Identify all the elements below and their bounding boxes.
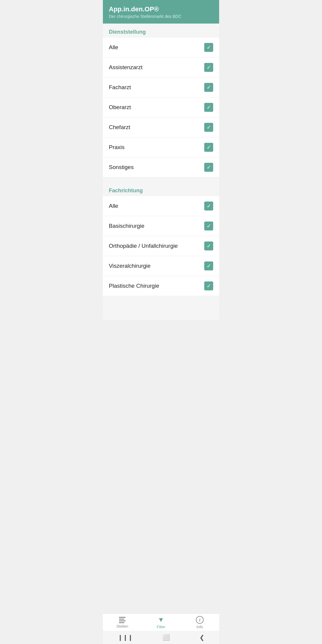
- checkmark-dienststellung-6: ✓: [207, 165, 211, 170]
- list-item-label-dienststellung-5: Praxis: [109, 144, 125, 151]
- list-item-label-fachrichtung-3: Viszeralchirurgie: [109, 263, 151, 269]
- section-header-dienststellung: Dienststellung: [103, 24, 219, 38]
- checkmark-dienststellung-3: ✓: [207, 105, 211, 110]
- checkbox-dienststellung-3[interactable]: ✓: [204, 103, 213, 112]
- list-item-dienststellung-6[interactable]: Sonstiges✓: [103, 157, 219, 177]
- content-area: DienststellungAlle✓Assistenzarzt✓Facharz…: [103, 24, 219, 320]
- list-item-label-dienststellung-1: Assistenzarzt: [109, 64, 143, 71]
- checkbox-fachrichtung-4[interactable]: ✓: [204, 281, 213, 290]
- list-item-fachrichtung-3[interactable]: Viszeralchirurgie✓: [103, 256, 219, 276]
- checkbox-dienststellung-1[interactable]: ✓: [204, 63, 213, 72]
- app-header: App.in.den.OP® Der chirurgische Stellenm…: [103, 0, 219, 24]
- list-item-dienststellung-5[interactable]: Praxis✓: [103, 137, 219, 157]
- list-item-label-dienststellung-0: Alle: [109, 44, 118, 51]
- checkmark-dienststellung-4: ✓: [207, 125, 211, 130]
- checkbox-dienststellung-2[interactable]: ✓: [204, 83, 213, 92]
- list-item-fachrichtung-4[interactable]: Plastische Chirurgie✓: [103, 276, 219, 296]
- checkbox-fachrichtung-2[interactable]: ✓: [204, 242, 213, 250]
- list-item-fachrichtung-1[interactable]: Basischirurgie✓: [103, 216, 219, 236]
- section-title-dienststellung: Dienststellung: [109, 29, 213, 35]
- list-item-dienststellung-4[interactable]: Chefarzt✓: [103, 117, 219, 137]
- checkbox-fachrichtung-0[interactable]: ✓: [204, 202, 213, 210]
- list-item-fachrichtung-0[interactable]: Alle✓: [103, 196, 219, 216]
- checkmark-fachrichtung-2: ✓: [207, 243, 211, 249]
- list-item-dienststellung-1[interactable]: Assistenzarzt✓: [103, 58, 219, 78]
- checkmark-dienststellung-1: ✓: [207, 65, 211, 70]
- list-item-fachrichtung-2[interactable]: Orthopädie / Unfallchirurgie✓: [103, 236, 219, 256]
- list-item-dienststellung-0[interactable]: Alle✓: [103, 38, 219, 58]
- section-gap-1: [103, 177, 219, 182]
- section-title-fachrichtung: Fachrichtung: [109, 188, 213, 194]
- list-item-label-fachrichtung-1: Basischirurgie: [109, 223, 144, 229]
- list-item-label-dienststellung-4: Chefarzt: [109, 124, 130, 131]
- checkmark-dienststellung-0: ✓: [207, 45, 211, 50]
- checkmark-dienststellung-2: ✓: [207, 85, 211, 90]
- checkmark-fachrichtung-4: ✓: [207, 283, 211, 289]
- checkbox-dienststellung-5[interactable]: ✓: [204, 143, 213, 152]
- checkbox-dienststellung-0[interactable]: ✓: [204, 43, 213, 52]
- checkmark-dienststellung-5: ✓: [207, 145, 211, 150]
- list-item-label-fachrichtung-4: Plastische Chirurgie: [109, 283, 159, 289]
- checkbox-fachrichtung-3[interactable]: ✓: [204, 261, 213, 270]
- list-item-dienststellung-3[interactable]: Oberarzt✓: [103, 97, 219, 117]
- checkbox-fachrichtung-1[interactable]: ✓: [204, 222, 213, 230]
- section-header-fachrichtung: Fachrichtung: [103, 182, 219, 196]
- app-title: App.in.den.OP®: [109, 5, 213, 13]
- list-item-label-fachrichtung-2: Orthopädie / Unfallchirurgie: [109, 243, 178, 249]
- checkmark-fachrichtung-0: ✓: [207, 203, 211, 209]
- app-subtitle: Der chirurgische Stellenmarkt des BDC: [109, 14, 213, 19]
- checkmark-fachrichtung-1: ✓: [207, 223, 211, 229]
- list-item-label-fachrichtung-0: Alle: [109, 203, 118, 209]
- list-item-dienststellung-2[interactable]: Facharzt✓: [103, 78, 219, 97]
- list-item-label-dienststellung-6: Sonstiges: [109, 164, 134, 171]
- list-item-label-dienststellung-3: Oberarzt: [109, 104, 131, 111]
- checkbox-dienststellung-4[interactable]: ✓: [204, 123, 213, 132]
- checkbox-dienststellung-6[interactable]: ✓: [204, 163, 213, 172]
- checkmark-fachrichtung-3: ✓: [207, 263, 211, 269]
- list-item-label-dienststellung-2: Facharzt: [109, 84, 131, 91]
